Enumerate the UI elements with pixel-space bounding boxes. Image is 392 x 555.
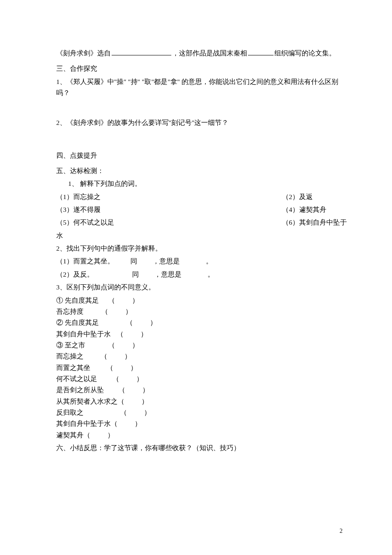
q1-row-2: （3）遂不得履 （4）遽契其舟	[56, 204, 351, 215]
q3-paren-1: （）	[101, 308, 132, 315]
q3-label-8: 是吾剑之所从坠	[56, 384, 104, 396]
q1-1: （1）而忘操之	[56, 191, 282, 202]
q3-paren-4: （）	[108, 341, 139, 349]
q2-title: 2、找出下列句中的通假字并解释。	[56, 243, 351, 254]
blank-source	[112, 49, 171, 56]
q3-label-5: 而忘操之	[56, 351, 84, 362]
blank-author	[248, 49, 274, 56]
q3-paren-9: （）	[118, 398, 148, 405]
q3-paren-5: （）	[101, 353, 131, 360]
q3-label-2: ② 先自度其足	[56, 317, 99, 328]
q2-row-a: （1）而置之其坐。 同 ，意思是 。	[56, 256, 351, 267]
section-4-title: 四、点拨提升	[56, 150, 351, 161]
q3-row-4: ③ 至之市（）	[56, 340, 351, 351]
q1-row-3: （5）何不试之以足 （6）其剑自舟中坠于	[56, 217, 351, 228]
q3-label-12: 遽契其舟	[56, 430, 84, 441]
q3-paren-10: （）	[120, 409, 151, 416]
q2-yisi-2: ，意思是	[154, 271, 182, 278]
q3-paren-3: （）	[117, 330, 147, 338]
q3-row-3: 其剑自舟中坠于水（）	[56, 329, 351, 340]
q2-dot-1: 。	[206, 257, 213, 265]
q3-row-11: 其剑自舟中坠于水（）	[56, 418, 351, 429]
q1-5: （5）何不试之以足	[56, 217, 282, 228]
q2-dot-2: 。	[208, 271, 214, 278]
q1-3: （3）遂不得履	[56, 204, 282, 215]
q3-label-9: 从其所契者入水求之	[56, 396, 118, 407]
page-number: 2	[340, 528, 343, 535]
q2-row-b: （2）及反。 同 ，意思是 。	[56, 269, 351, 280]
q3-paren-0: （）	[108, 297, 139, 304]
q3-label-10: 反归取之	[56, 407, 84, 418]
q3-label-11: 其剑自舟中坠于水	[56, 418, 111, 429]
q3-label-6: 而置之其坐	[56, 362, 90, 373]
q2-yisi-1: ，意思是	[153, 257, 180, 265]
q1-2: （2）及返	[282, 191, 351, 202]
q3-row-5: 而忘操之（）	[56, 351, 351, 362]
q1-tail: 水	[56, 230, 351, 241]
q1-6: （6）其剑自舟中坠于	[282, 217, 351, 228]
intro-a: 《刻舟求剑》选自	[56, 49, 111, 57]
q3-paren-6: （）	[107, 364, 137, 371]
q3-row-8: 是吾剑之所从坠（）	[56, 384, 351, 396]
intro-b: ，这部作品是战国末秦相	[172, 49, 247, 57]
q3-row-0: ① 先自度其足（）	[56, 295, 351, 306]
q2-tong-2: 同	[132, 271, 139, 278]
q3-row-2: ② 先自度其足（）	[56, 317, 351, 328]
intro-line: 《刻舟求剑》选自，这部作品是战国末秦相组织编写的论文集。	[56, 48, 351, 59]
q3-row-9: 从其所契者入水求之（）	[56, 396, 351, 407]
q2-a-phrase: （1）而置之其坐。	[56, 256, 129, 267]
q3-paren-2: （）	[126, 319, 157, 326]
q3-paren-8: （）	[118, 386, 149, 393]
q3-label-4: ③ 至之市	[56, 340, 85, 351]
section-3-title: 三、合作探究	[56, 63, 351, 74]
q3-row-12: 遽契其舟（）	[56, 430, 351, 441]
section-3-q2: 2、《刻舟求剑》的故事为什么要详写"刻记号"这一细节？	[56, 117, 351, 128]
q1-4: （4）遽契其舟	[282, 204, 351, 215]
section-5-title: 五、达标检测：	[56, 165, 351, 176]
section-3-q1: 1、《郑人买履》中"操" "持" "取"都是"拿" 的意思，你能说出它们之间的意…	[56, 76, 351, 99]
intro-c: 组织编写的论文集。	[274, 49, 336, 57]
q3-label-0: ① 先自度其足	[56, 295, 99, 306]
q3-row-7: 何不试之以足（）	[56, 373, 351, 384]
q3-paren-11: （）	[111, 420, 141, 427]
q3-row-1: 吾忘持度（）	[56, 306, 351, 317]
q3-row-6: 而置之其坐（）	[56, 362, 351, 373]
q3-paren-12: （）	[84, 431, 114, 439]
section-6-title: 六、小结反思：学了这节课，你有哪些收获？（知识、技巧）	[56, 442, 351, 454]
q3-paren-7: （）	[112, 375, 143, 382]
q3-title: 3、区别下列加点词的不同意义。	[56, 282, 351, 293]
q2-tong-1: 同	[130, 257, 137, 265]
q2-b-phrase: （2）及反。	[56, 269, 103, 280]
page-content: 《刻舟求剑》选自，这部作品是战国末秦相组织编写的论文集。 三、合作探究 1、《郑…	[0, 0, 392, 472]
q3-label-3: 其剑自舟中坠于水	[56, 329, 111, 340]
q3-label-7: 何不试之以足	[56, 373, 97, 384]
q3-row-10: 反归取之（）	[56, 407, 351, 418]
q3-rows: ① 先自度其足（）吾忘持度（）② 先自度其足（）其剑自舟中坠于水（）③ 至之市（…	[56, 295, 351, 441]
q1-title: 1、 解释下列加点的词。	[56, 178, 351, 189]
q1-row-1: （1）而忘操之 （2）及返	[56, 191, 351, 202]
q3-label-1: 吾忘持度	[56, 306, 84, 317]
